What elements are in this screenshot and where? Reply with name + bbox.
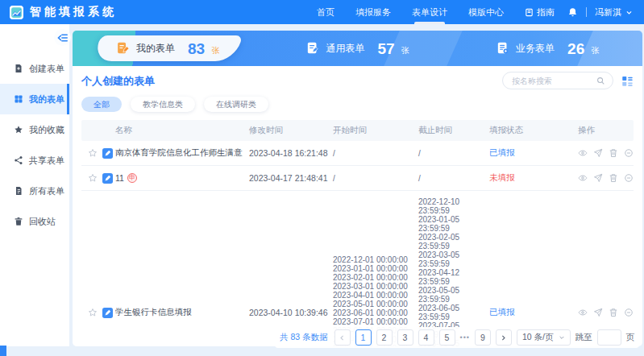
sidebar-item-2[interactable]: 我的表单 — [0, 84, 69, 114]
stat-my-forms[interactable]: 我的表单 83 张 — [73, 31, 263, 66]
tab-3[interactable]: 在线调研类 — [204, 97, 268, 112]
column-header: 填报状态 — [489, 125, 578, 136]
sidebar-item-label: 共享表单 — [29, 155, 64, 167]
nav-item-4[interactable]: 模版中心 — [468, 0, 504, 24]
form-name[interactable]: 11申 — [115, 173, 249, 183]
send-icon[interactable] — [593, 308, 603, 317]
sidebar-item-5[interactable]: 所有表单 — [0, 176, 69, 206]
status-badge: 已填报 — [489, 147, 515, 157]
stat-count: 57 — [377, 41, 394, 56]
end-times: / — [418, 149, 489, 158]
category-tabs: 全部教学信息类在线调研类 — [81, 97, 634, 112]
main-content: 我的表单 83 张 通用表单 57 张 业务表单 26 — [69, 24, 644, 356]
page-list: 12345•••9 — [355, 329, 491, 346]
guide-label: 指南 — [537, 6, 555, 19]
column-header: 名称 — [115, 125, 249, 136]
start-times: / — [333, 149, 418, 158]
sidebar-item-6[interactable]: 回收站 — [0, 206, 69, 237]
view-icon[interactable] — [578, 148, 588, 158]
nav-item-2[interactable]: 填报服务 — [355, 0, 391, 24]
disable-icon[interactable] — [624, 148, 634, 158]
app-logo-icon — [10, 6, 23, 19]
view-toggle-icon[interactable] — [621, 75, 634, 87]
page-button-2[interactable]: 2 — [376, 329, 393, 346]
stat-business-forms[interactable]: 业务表单 26 张 — [452, 31, 642, 66]
delete-icon[interactable] — [609, 148, 618, 158]
notification-bell-icon[interactable] — [567, 7, 578, 18]
sidebar-item-1[interactable]: 创建表单 — [0, 53, 69, 84]
more-pages-icon[interactable]: ••• — [460, 333, 470, 342]
table-row: 学生银行卡信息填报2023-04-10 10:39:462022-12-01 0… — [81, 191, 634, 346]
star-icon[interactable] — [88, 173, 98, 183]
stat-label: 业务表单 — [516, 42, 555, 56]
disable-icon[interactable] — [624, 308, 634, 317]
chevron-down-icon — [559, 334, 565, 341]
search-icon[interactable] — [596, 77, 605, 85]
view-icon[interactable] — [578, 173, 588, 183]
search-input[interactable] — [512, 77, 596, 85]
disable-icon[interactable] — [624, 173, 634, 183]
my-forms-icon — [14, 94, 23, 104]
sidebar-item-3[interactable]: 我的收藏 — [0, 114, 69, 145]
stats-banner: 我的表单 83 张 通用表单 57 张 业务表单 26 — [73, 31, 642, 66]
total-count: 共 83 条数据 — [280, 332, 328, 343]
user-menu[interactable]: 冯新淇 — [595, 6, 633, 19]
page-button-4[interactable]: 4 — [418, 329, 434, 346]
sidebar: 创建表单我的表单我的收藏共享表单所有表单回收站 — [0, 24, 69, 346]
table-row: 南京体育学院信息化工作师生满意度...2023-04-18 16:21:48//… — [81, 141, 634, 166]
stat-unit: 张 — [591, 45, 599, 56]
status-badge: 未填报 — [489, 172, 515, 182]
page-button-5[interactable]: 5 — [439, 329, 455, 346]
nav-item-1[interactable]: 首页 — [317, 0, 334, 24]
stat-label: 我的表单 — [136, 42, 175, 56]
chevron-down-icon — [625, 9, 633, 16]
stat-count: 83 — [188, 41, 205, 56]
prev-page-button[interactable] — [334, 329, 351, 346]
sidebar-item-label: 我的收藏 — [29, 124, 64, 136]
form-icon — [102, 148, 113, 159]
collapse-icon — [57, 32, 69, 43]
forms-table: 名称修改时间开始时间截止时间填报状态操作 南京体育学院信息化工作师生满意度...… — [81, 120, 634, 346]
form-icon — [102, 173, 113, 184]
page-button-1[interactable]: 1 — [355, 329, 372, 346]
sidebar-item-4[interactable]: 共享表单 — [0, 145, 69, 176]
forms-panel: 个人创建的表单 全部教学信息类在线调研类 名称修改时间开始时间截止时间填报状态操… — [73, 66, 642, 346]
tab-2[interactable]: 教学信息类 — [131, 97, 195, 112]
next-page-button[interactable] — [496, 329, 512, 346]
jump-label: 跳至 — [575, 332, 592, 343]
view-icon[interactable] — [578, 308, 588, 317]
all-forms-icon — [14, 186, 23, 196]
red-badge-icon: 申 — [127, 173, 137, 183]
stat-general-forms[interactable]: 通用表单 57 张 — [263, 31, 453, 66]
nav-item-3[interactable]: 表单设计 — [412, 0, 447, 24]
sidebar-collapse-button[interactable] — [54, 29, 71, 46]
send-icon[interactable] — [593, 173, 603, 183]
my-forms-stat-icon — [116, 41, 130, 56]
shared-forms-icon — [14, 155, 23, 165]
star-icon[interactable] — [88, 148, 98, 158]
page-button-9[interactable]: 9 — [475, 329, 491, 346]
stat-unit: 张 — [401, 45, 409, 56]
page-size-select[interactable]: 10 条/页 — [517, 329, 571, 346]
sidebar-item-label: 所有表单 — [29, 185, 64, 197]
table-row: 11申2023-04-17 21:48:41//未填报 — [81, 166, 634, 191]
corner-decor — [0, 346, 6, 356]
brand: 智能填报系统 — [10, 5, 117, 19]
page-size-value: 10 条/页 — [522, 332, 554, 343]
start-times: / — [333, 174, 418, 183]
end-times: / — [418, 174, 489, 183]
send-icon[interactable] — [593, 148, 603, 158]
page-button-3[interactable]: 3 — [397, 329, 413, 346]
delete-icon[interactable] — [609, 173, 618, 183]
top-navbar: 智能填报系统 首页填报服务表单设计模版中心 指南 冯新淇 — [0, 0, 644, 24]
jump-page-input[interactable] — [597, 329, 621, 346]
form-name[interactable]: 南京体育学院信息化工作师生满意度... — [115, 147, 249, 159]
sidebar-item-label: 回收站 — [29, 216, 56, 228]
panel-tools — [502, 72, 634, 89]
star-icon[interactable] — [88, 308, 98, 317]
delete-icon[interactable] — [609, 308, 618, 317]
guide-link[interactable]: 指南 — [525, 6, 555, 19]
tab-1[interactable]: 全部 — [81, 97, 122, 112]
form-name[interactable]: 学生银行卡信息填报 — [115, 307, 249, 318]
stat-unit: 张 — [211, 45, 219, 56]
